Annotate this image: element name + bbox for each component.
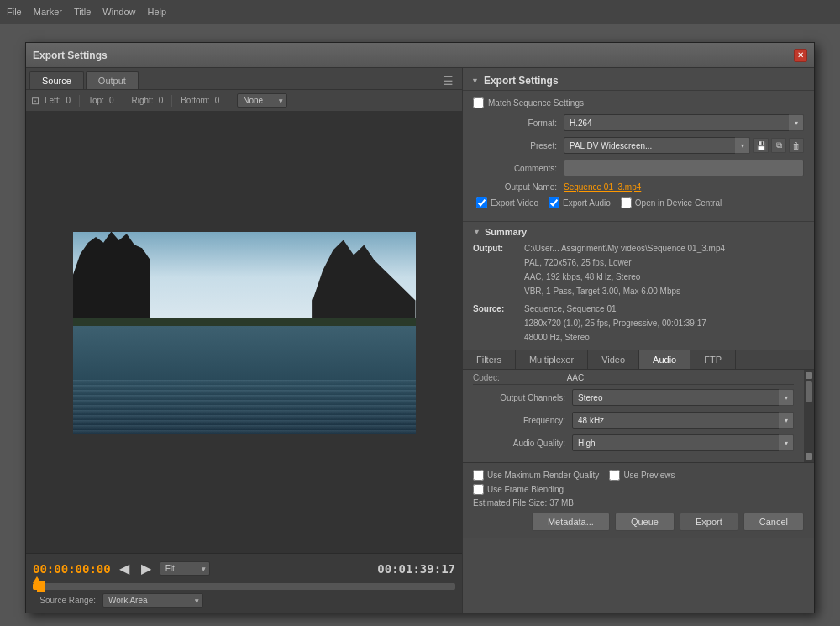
tab-multiplexer[interactable]: Multiplexer bbox=[516, 350, 588, 369]
scroll-up-arrow[interactable] bbox=[806, 372, 812, 379]
tab-output[interactable]: Output bbox=[86, 71, 139, 89]
source-range-select-wrapper: Work Area Entire Sequence Custom ▾ bbox=[102, 593, 203, 608]
tab-settings-button[interactable]: ☰ bbox=[438, 72, 459, 89]
format-select[interactable]: H.264 H.265 MPEG2 bbox=[564, 114, 804, 131]
output-name-label: Output Name: bbox=[473, 182, 557, 192]
export-audio-checkbox[interactable] bbox=[549, 197, 559, 208]
audio-quality-select-wrap: Low Medium High ▾ bbox=[572, 434, 794, 451]
cancel-button[interactable]: Cancel bbox=[743, 513, 804, 531]
crop-icon: ⊡ bbox=[31, 95, 39, 107]
tab-ftp[interactable]: FTP bbox=[690, 350, 736, 369]
collapse-icon[interactable]: ▼ bbox=[471, 76, 479, 85]
export-audio-check-item: Export Audio bbox=[549, 197, 611, 208]
use-previews-check-item: Use Previews bbox=[609, 470, 675, 481]
export-video-check-item: Export Video bbox=[476, 197, 538, 208]
audio-settings: Codec: AAC Output Channels: Stereo Mono … bbox=[463, 370, 804, 462]
export-button[interactable]: Export bbox=[680, 513, 738, 531]
menu-title[interactable]: Title bbox=[74, 7, 91, 17]
zoom-select[interactable]: Fit 25% 50% 100% bbox=[160, 561, 210, 576]
frame-blend-checkbox[interactable] bbox=[473, 484, 484, 495]
dialog-body: Source Output ☰ ⊡ Left: 0 Top: 0 Right: … bbox=[26, 68, 814, 613]
use-previews-checkbox[interactable] bbox=[609, 470, 620, 481]
preset-save-button[interactable]: 💾 bbox=[753, 138, 769, 153]
frequency-select[interactable]: 44.1 kHz 48 kHz 96 kHz bbox=[572, 412, 794, 429]
export-video-checkbox[interactable] bbox=[476, 197, 487, 208]
preset-delete-button[interactable]: 🗑 bbox=[789, 138, 804, 153]
metadata-button[interactable]: Metadata... bbox=[532, 513, 610, 531]
comments-row: Comments: bbox=[473, 160, 804, 176]
format-label: Format: bbox=[473, 118, 557, 128]
horizon-line bbox=[73, 318, 416, 327]
export-settings-section-header: ▼ Export Settings bbox=[463, 68, 814, 91]
end-time-display: 00:01:39:17 bbox=[377, 562, 455, 576]
tab-bar: Source Output ☰ bbox=[26, 68, 462, 90]
frequency-row: Frequency: 44.1 kHz 48 kHz 96 kHz ▾ bbox=[473, 412, 794, 429]
use-previews-label: Use Previews bbox=[623, 471, 675, 480]
output-channels-row: Output Channels: Stereo Mono 5.1 ▾ bbox=[473, 389, 794, 406]
timeline-bar[interactable] bbox=[33, 583, 455, 590]
scroll-down-arrow[interactable] bbox=[806, 453, 812, 460]
output-channels-select[interactable]: Stereo Mono 5.1 bbox=[572, 389, 794, 406]
zoom-select-wrapper: Fit 25% 50% 100% ▾ bbox=[160, 561, 210, 576]
water-reflection bbox=[73, 380, 416, 434]
preset-duplicate-button[interactable]: ⧉ bbox=[771, 138, 786, 153]
timeline-handle[interactable] bbox=[37, 581, 45, 592]
queue-button[interactable]: Queue bbox=[615, 513, 675, 531]
timeline-container bbox=[33, 583, 455, 590]
file-size-label: Estimated File Size: 37 MB bbox=[473, 498, 574, 508]
top-value: 0 bbox=[109, 96, 114, 105]
menu-marker[interactable]: Marker bbox=[34, 7, 62, 17]
export-checks-row: Export Video Export Audio Open in Device… bbox=[473, 197, 804, 208]
match-sequence-checkbox[interactable] bbox=[473, 97, 484, 108]
bottom-value: 0 bbox=[215, 96, 220, 105]
summary-collapse-icon[interactable]: ▼ bbox=[473, 228, 480, 236]
none-select[interactable]: None bbox=[237, 93, 287, 108]
close-button[interactable]: ✕ bbox=[794, 49, 807, 62]
tab-source[interactable]: Source bbox=[29, 71, 84, 89]
tab-audio[interactable]: Audio bbox=[639, 350, 690, 369]
summary-output-label: Output: bbox=[473, 241, 519, 298]
match-sequence-row: Match Sequence Settings bbox=[473, 97, 804, 108]
output-channels-select-wrap: Stereo Mono 5.1 ▾ bbox=[572, 389, 794, 406]
output-name-value[interactable]: Sequence 01_3.mp4 bbox=[564, 182, 641, 192]
dialog-title: Export Settings bbox=[33, 50, 108, 61]
separator3 bbox=[171, 95, 172, 107]
summary-source-value: Sequence, Sequence 01 1280x720 (1.0), 25… bbox=[524, 302, 706, 345]
next-frame-button[interactable]: ▶ bbox=[138, 559, 155, 578]
bottom-options: Use Maximum Render Quality Use Previews … bbox=[463, 462, 814, 538]
tab-filters[interactable]: Filters bbox=[463, 350, 516, 369]
menu-file[interactable]: File bbox=[7, 7, 22, 17]
max-render-label: Use Maximum Render Quality bbox=[487, 471, 599, 480]
action-buttons: Metadata... Queue Export Cancel bbox=[473, 513, 804, 531]
source-range-label: Source Range: bbox=[33, 596, 96, 605]
frequency-select-wrap: 44.1 kHz 48 kHz 96 kHz ▾ bbox=[572, 412, 794, 429]
audio-quality-select[interactable]: Low Medium High bbox=[572, 434, 794, 451]
scroll-thumb[interactable] bbox=[806, 381, 812, 402]
audio-panel-container: Codec: AAC Output Channels: Stereo Mono … bbox=[463, 370, 814, 462]
right-label: Right: bbox=[132, 96, 154, 105]
source-range-select[interactable]: Work Area Entire Sequence Custom bbox=[102, 593, 203, 608]
format-row: Format: H.264 H.265 MPEG2 ▾ bbox=[473, 114, 804, 131]
open-device-check-item: Open in Device Central bbox=[621, 197, 722, 208]
tab-video[interactable]: Video bbox=[588, 350, 639, 369]
file-size-row: Estimated File Size: 37 MB bbox=[473, 498, 804, 508]
max-render-checkbox[interactable] bbox=[473, 470, 484, 481]
open-device-checkbox[interactable] bbox=[621, 197, 632, 208]
comments-input[interactable] bbox=[564, 160, 804, 176]
app-background: File Marker Title Window Help Export Set… bbox=[0, 0, 840, 626]
max-render-check-item: Use Maximum Render Quality bbox=[473, 470, 599, 481]
menu-help[interactable]: Help bbox=[147, 7, 166, 17]
summary-output-row: Output: C:\User... Assignment\My videos\… bbox=[473, 241, 804, 298]
menu-window[interactable]: Window bbox=[102, 7, 135, 17]
left-panel: Source Output ☰ ⊡ Left: 0 Top: 0 Right: … bbox=[26, 68, 463, 613]
top-label: Top: bbox=[88, 96, 104, 105]
left-label: Left: bbox=[45, 96, 60, 105]
format-select-wrap: H.264 H.265 MPEG2 ▾ bbox=[564, 114, 804, 131]
summary-output-value: C:\User... Assignment\My videos\Sequence… bbox=[524, 241, 725, 298]
prev-frame-button[interactable]: ◀ bbox=[116, 559, 133, 578]
app-menubar: File Marker Title Window Help bbox=[0, 0, 840, 24]
settings-content: Match Sequence Settings Format: H.264 H.… bbox=[463, 91, 814, 221]
separator4 bbox=[228, 95, 228, 107]
preset-select[interactable]: PAL DV Widescreen... bbox=[564, 137, 750, 154]
right-value: 0 bbox=[159, 96, 164, 105]
